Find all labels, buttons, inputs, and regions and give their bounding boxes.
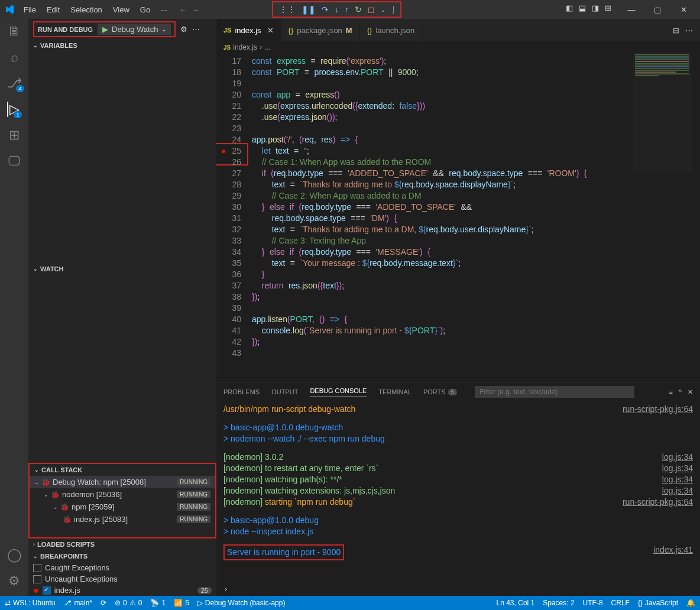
debug-drag-handle-icon[interactable]: ⋮⋮ xyxy=(279,5,296,14)
loaded-scripts-section-header[interactable]: › LOADED SCRIPTS xyxy=(28,538,216,550)
menu-edit[interactable]: Edit xyxy=(42,3,64,17)
statusbar: ⇄ WSL: Ubuntu ⎇ main* ⟳ ⊘ 0 ⚠ 0 📡 1 📶 5 … xyxy=(0,596,700,610)
checkbox-icon[interactable] xyxy=(33,564,41,572)
bug-icon: 🐞 xyxy=(51,491,60,499)
checkbox-checked-icon[interactable] xyxy=(43,586,51,595)
minimap[interactable] xyxy=(633,53,692,171)
debug-pause-icon[interactable]: ❚❚ xyxy=(302,5,316,14)
more-actions-icon[interactable]: ⋯ xyxy=(685,26,693,35)
callstack-row[interactable]: ⌄🐞Debug Watch: npm [25008]RUNNING xyxy=(30,476,215,488)
debug-stop-icon[interactable]: ◻ xyxy=(368,5,375,14)
layout-sidebar-left-icon[interactable]: ◧ xyxy=(566,4,573,12)
callstack-section-header[interactable]: ⌄ CALL STACK xyxy=(30,464,215,476)
chevron-down-icon: ⌄ xyxy=(53,504,58,510)
debug-status[interactable]: ▷ Debug Watch (basic-app) xyxy=(197,599,286,607)
breadcrumb[interactable]: JS index.js › ... xyxy=(216,41,700,53)
breakpoint-dot-icon[interactable]: ● xyxy=(221,145,226,157)
menu-view[interactable]: View xyxy=(108,3,134,17)
debug-step-into-icon[interactable]: ↓ xyxy=(335,5,339,14)
menu-go[interactable]: Go xyxy=(135,3,155,17)
breakpoints-section-header[interactable]: ⌄ BREAKPOINTS xyxy=(28,550,216,562)
sidebar: RUN AND DEBUG ▶ Debug Watch ⌄ ⚙ ⋯ ⌄ VARI… xyxy=(28,19,216,596)
notifications-icon[interactable]: 🔔 xyxy=(686,599,695,607)
remote-explorer-icon[interactable]: 🖵 xyxy=(8,154,21,169)
panel-maximize-icon[interactable]: ^ xyxy=(679,388,682,396)
ports-status[interactable]: 📶 5 xyxy=(174,599,189,607)
explorer-icon[interactable]: 🗎 xyxy=(8,24,21,39)
breakpoint-uncaught-exceptions[interactable]: Uncaught Exceptions xyxy=(28,573,216,585)
extensions-icon[interactable]: ⊞ xyxy=(9,128,20,143)
bug-icon: 🐞 xyxy=(60,503,69,511)
panel-filter-input[interactable] xyxy=(475,386,634,398)
remote-wsl-status[interactable]: ⇄ WSL: Ubuntu xyxy=(5,599,55,607)
scm-icon[interactable]: ⎇4 xyxy=(7,76,22,91)
layout-panel-icon[interactable]: ⬓ xyxy=(579,4,586,12)
variables-section-header[interactable]: ⌄ VARIABLES xyxy=(28,40,216,51)
nav-back-icon[interactable]: ← xyxy=(179,5,187,14)
play-icon: ▶ xyxy=(102,25,108,34)
debug-icon[interactable]: ▷1 xyxy=(7,102,20,117)
debug-toolbar: ⋮⋮ ❚❚ ↷ ↓ ↑ ↻ ◻ ⌄ ⌋ xyxy=(272,1,401,18)
launch-config-gear-icon[interactable]: ⚙ xyxy=(180,25,187,34)
debug-console-input[interactable]: › xyxy=(216,582,700,596)
layout-sidebar-right-icon[interactable]: ◨ xyxy=(592,4,599,12)
window-maximize-icon[interactable]: ▢ xyxy=(646,5,669,14)
checkbox-icon[interactable] xyxy=(33,575,41,583)
chevron-right-icon: › xyxy=(33,541,35,547)
git-sync-status[interactable]: ⟳ xyxy=(101,599,106,607)
compare-changes-icon[interactable]: ⊟ xyxy=(673,26,679,35)
panel-tree-icon[interactable]: ≡ xyxy=(669,388,672,396)
menu-file[interactable]: File xyxy=(19,3,41,17)
panel-tab-debug-console[interactable]: DEBUG CONSOLE xyxy=(310,387,367,397)
encoding-status[interactable]: UTF-8 xyxy=(583,599,603,607)
menu-selection[interactable]: Selection xyxy=(66,3,106,17)
tab-index-js[interactable]: JS index.js ✕ xyxy=(216,19,281,41)
callstack-row[interactable]: ⌄🐞npm [25059]RUNNING xyxy=(30,501,215,513)
settings-gear-icon[interactable]: ⚙ xyxy=(8,573,20,589)
panel-close-icon[interactable]: ✕ xyxy=(688,388,693,396)
close-tab-icon[interactable]: ✕ xyxy=(267,26,274,35)
panel-tab-output[interactable]: OUTPUT xyxy=(271,388,298,395)
bug-icon: 🐞 xyxy=(63,515,72,524)
menu-more[interactable]: ··· xyxy=(156,3,172,17)
breakpoint-dot-icon: ● xyxy=(33,587,39,594)
breakpoint-caught-exceptions[interactable]: Caught Exceptions xyxy=(28,562,216,573)
watch-section-header[interactable]: ⌄ WATCH xyxy=(28,263,216,275)
eol-status[interactable]: CRLF xyxy=(611,599,630,607)
git-branch-status[interactable]: ⎇ main* xyxy=(63,599,92,607)
search-icon[interactable]: ⌕ xyxy=(11,50,18,65)
panel-tab-problems[interactable]: PROBLEMS xyxy=(223,388,260,395)
editor-gutter[interactable]: 1718192021222324 ●25 2627282930313233343… xyxy=(216,53,252,382)
window-close-icon[interactable]: ✕ xyxy=(672,5,695,14)
account-icon[interactable]: ◯ xyxy=(7,547,22,563)
panel-tab-terminal[interactable]: TERMINAL xyxy=(378,388,411,395)
layout-custom-icon[interactable]: ⊞ xyxy=(605,4,611,12)
app-menu: File Edit Selection View Go ··· xyxy=(19,3,172,17)
language-status[interactable]: {} JavaScript xyxy=(638,599,678,607)
debug-dropdown-icon[interactable]: ⌄ xyxy=(381,7,385,13)
debug-step-out-icon[interactable]: ↑ xyxy=(345,5,349,14)
bottom-panel: PROBLEMS OUTPUT DEBUG CONSOLE TERMINAL P… xyxy=(216,382,700,596)
cursor-position-status[interactable]: Ln 43, Col 1 xyxy=(497,599,535,607)
spaces-status[interactable]: Spaces: 2 xyxy=(543,599,574,607)
nav-forward-icon[interactable]: → xyxy=(192,5,199,14)
chevron-down-icon: ⌄ xyxy=(44,492,48,498)
more-icon[interactable]: ⋯ xyxy=(192,25,200,34)
debug-restart-icon[interactable]: ↻ xyxy=(355,5,362,14)
callstack-row[interactable]: ⌄🐞nodemon [25036]RUNNING xyxy=(30,488,215,501)
js-file-icon: JS xyxy=(223,27,231,34)
server-running-message: Server is running in port - 9000 xyxy=(223,544,344,560)
tab-package-json[interactable]: {} package.json M xyxy=(281,19,360,41)
breakpoint-file-row[interactable]: ● index.js 25 xyxy=(28,585,216,596)
debug-command-icon[interactable]: ⌋ xyxy=(391,5,394,14)
problems-status[interactable]: ⊘ 0 ⚠ 0 xyxy=(115,599,142,607)
debug-step-over-icon[interactable]: ↷ xyxy=(322,5,329,14)
radio-status[interactable]: 📡 1 xyxy=(150,599,166,607)
tab-launch-json[interactable]: {} launch.json xyxy=(360,19,422,41)
debug-console-output[interactable]: /usr/bin/npm run-script debug-watchrun-s… xyxy=(216,401,700,582)
window-minimize-icon[interactable]: — xyxy=(620,5,643,14)
debug-config-picker[interactable]: ▶ Debug Watch ⌄ xyxy=(98,24,171,35)
callstack-row[interactable]: 🐞index.js [25083]RUNNING xyxy=(30,513,215,525)
code-editor[interactable]: const express = require('express'); cons… xyxy=(252,53,586,382)
panel-tab-ports[interactable]: PORTS5 xyxy=(423,388,457,395)
